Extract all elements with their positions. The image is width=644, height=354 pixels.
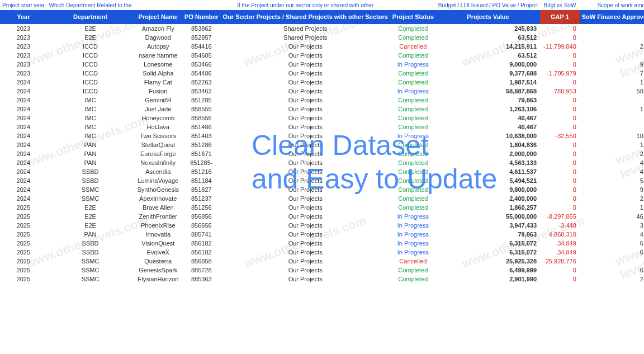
cell: 0	[540, 96, 580, 105]
cell: -11,799,840	[540, 42, 580, 51]
cell: -780,953	[540, 87, 580, 96]
table-row: 2024IMCJust Jade858555Our ProjectsComple…	[0, 105, 644, 114]
cell: In Progress	[390, 239, 436, 248]
cell: Our Projects	[221, 185, 390, 194]
cell: 2,400,000	[436, 194, 540, 203]
cell: Our Projects	[221, 114, 390, 122]
cell: Our Projects	[221, 266, 390, 275]
cell: 1,860,257	[436, 203, 540, 212]
table-row: 2025SSMCElysianHorizon885363Our Projects…	[0, 275, 644, 284]
cell: 853466	[182, 60, 221, 69]
cell: 2024	[0, 105, 47, 114]
cell: 854685	[182, 51, 221, 60]
cell: 63,512	[436, 33, 540, 42]
cell: Our Projects	[221, 257, 390, 266]
cell: 1,804,836	[436, 140, 540, 149]
cell: Honeycomb	[134, 114, 182, 122]
cell: Autopsy	[134, 42, 182, 51]
cell: 851184	[182, 176, 221, 185]
cell: 2024	[0, 194, 47, 203]
cell: -8,297,865	[540, 212, 580, 221]
super-header-cell	[182, 0, 221, 10]
cell: SSBD	[47, 176, 134, 185]
table-row: 2025PANInnovatia885741Our ProjectsIn Pro…	[0, 230, 644, 239]
cell: 2,000,000	[580, 149, 644, 158]
cell: 79,863	[580, 96, 644, 105]
cell: 852857	[182, 33, 221, 42]
cell: 2023	[0, 51, 47, 60]
table-row: 2023E2EDagwood852857Shared ProjectsCompl…	[0, 33, 644, 42]
cell: 2024	[0, 167, 47, 176]
cell: 6,280,223	[580, 248, 644, 257]
super-header-cell	[390, 0, 436, 10]
cell: 2024	[0, 158, 47, 167]
cell: 2024	[0, 131, 47, 140]
cell: 63,512	[580, 33, 644, 42]
cell: 6,499,999	[580, 266, 644, 275]
cell: In Progress	[390, 212, 436, 221]
cell: ICCD	[47, 51, 134, 60]
cell: Our Projects	[221, 96, 390, 105]
cell: 856858	[182, 257, 221, 266]
cell: SSMC	[47, 257, 134, 266]
cell: Our Projects	[221, 275, 390, 284]
cell: 2,000,000	[436, 149, 540, 158]
cell: Questerra	[134, 257, 182, 266]
cell: Completed	[390, 140, 436, 149]
cell: Completed	[390, 69, 436, 78]
cell: Dagwood	[134, 33, 182, 42]
cell: 2024	[0, 140, 47, 149]
cell: 2025	[0, 275, 47, 284]
cell: Our Projects	[221, 131, 390, 140]
cell: Our Projects	[221, 194, 390, 203]
cell: Cancelled	[390, 257, 436, 266]
cell: Fusion	[134, 87, 182, 96]
table-row: 2025E2EZenithFrontier856856Our ProjectsI…	[0, 212, 644, 221]
cell: Completed	[390, 167, 436, 176]
cell: In Progress	[390, 60, 436, 69]
header-cell: GAP 1	[540, 10, 580, 24]
header-cell: Project Name	[134, 10, 182, 24]
cell: 2023	[0, 33, 47, 42]
cell: SSMC	[47, 266, 134, 275]
cell: Completed	[390, 185, 436, 194]
cell: 0	[540, 203, 580, 212]
table-body: 2023E2EAmazon Fly853862Shared ProjectsCo…	[0, 24, 644, 284]
cell: Our Projects	[221, 60, 390, 69]
cell: 885363	[182, 275, 221, 284]
table-row: 2024IMCHoneycomb858556Our ProjectsComple…	[0, 114, 644, 122]
cell: Our Projects	[221, 51, 390, 60]
cell: IMC	[47, 96, 134, 105]
cell: E2E	[47, 212, 134, 221]
cell: 1,987,514	[436, 78, 540, 87]
cell: Gemini84	[134, 96, 182, 105]
cell: IMC	[47, 105, 134, 114]
cell: Cancelled	[390, 42, 436, 51]
cell: -3,448	[540, 221, 580, 230]
cell: 25,925,328	[436, 257, 540, 266]
cell: Our Projects	[221, 158, 390, 167]
cell: PAN	[47, 230, 134, 239]
cell: ZenithFrontier	[134, 212, 182, 221]
cell: Shared Projects	[221, 24, 390, 33]
cell: 851237	[182, 194, 221, 203]
cell: 5,494,521	[436, 176, 540, 185]
cell: 14,215,911	[436, 42, 540, 51]
cell: Our Projects	[221, 239, 390, 248]
cell: 853862	[182, 24, 221, 33]
cell: 40,467	[436, 114, 540, 122]
cell: 2025	[0, 212, 47, 221]
cell: 4,868,310	[540, 230, 580, 239]
cell: E2E	[47, 203, 134, 212]
cell: StellarQuest	[134, 140, 182, 149]
cell: E2E	[47, 33, 134, 42]
cell: In Progress	[390, 248, 436, 257]
cell: 2024	[0, 122, 47, 131]
cell: 856182	[182, 248, 221, 257]
table-row: 2025E2EPhoenixRise856656Our ProjectsIn P…	[0, 221, 644, 230]
cell: 9,800,000	[580, 185, 644, 194]
cell: 0	[540, 266, 580, 275]
cell: E2E	[47, 221, 134, 230]
cell: 46,702,135	[580, 212, 644, 221]
cell: Innovatia	[134, 230, 182, 239]
